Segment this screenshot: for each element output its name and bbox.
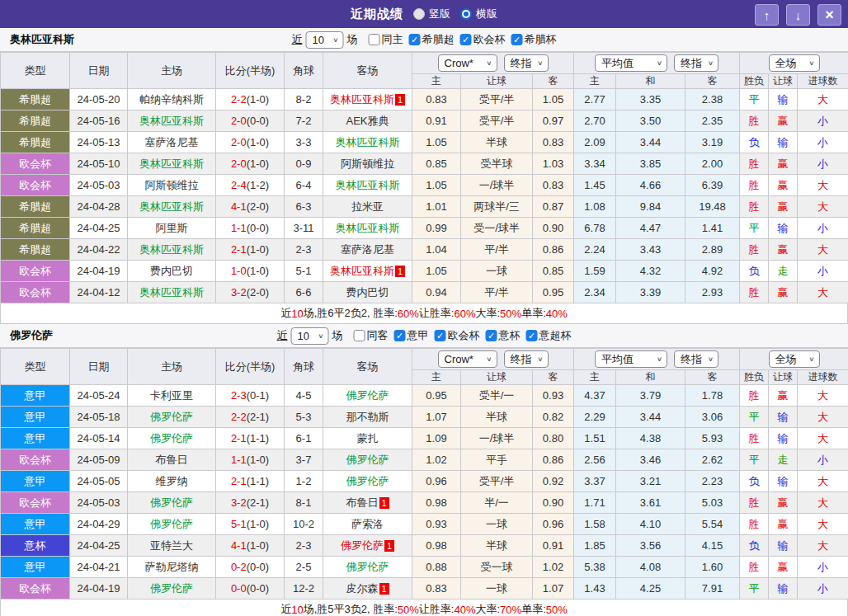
away-team-name: 萨索洛: [351, 518, 384, 530]
home-team-name: 奥林匹亚科斯: [139, 286, 204, 299]
close-button[interactable]: ×: [817, 4, 841, 26]
average-select[interactable]: 平均值 ∨: [595, 350, 667, 368]
away-team-cell[interactable]: 佛罗伦萨: [323, 385, 412, 407]
home-team-cell[interactable]: 阿斯顿维拉: [128, 175, 216, 196]
home-team-cell[interactable]: 奥林匹亚科斯: [128, 196, 216, 218]
result-goals-cell: 大: [798, 175, 848, 196]
away-team-cell[interactable]: 那不勒斯: [323, 407, 412, 428]
away-team-cell[interactable]: 阿斯顿维拉: [323, 153, 412, 175]
odds-home-cell: 0.94: [412, 282, 461, 303]
away-team-cell[interactable]: 佛罗伦萨: [323, 557, 412, 578]
result-outcome-cell: 胜: [740, 282, 769, 303]
checkbox-checked-icon[interactable]: ✓: [394, 330, 406, 341]
bookmaker-select[interactable]: Crow* ∨: [438, 54, 497, 72]
filter-checkbox-意杯[interactable]: ✓意杯: [486, 328, 521, 343]
home-team-cell[interactable]: 奥林匹亚科斯: [128, 111, 216, 132]
away-team-cell[interactable]: 奥林匹亚科斯: [323, 175, 412, 196]
column-header-score: 比分(半场): [216, 349, 285, 385]
filter-checkbox-希腊杯[interactable]: ✓希腊杯: [511, 32, 557, 47]
home-team-cell[interactable]: 维罗纳: [128, 471, 216, 492]
final-odds-select-2[interactable]: 终指 ∨: [674, 350, 718, 368]
filter-checkbox-意甲[interactable]: ✓意甲: [394, 328, 429, 343]
average-select[interactable]: 平均值 ∨: [595, 54, 667, 72]
chevron-down-icon: ∨: [708, 355, 714, 363]
home-team-cell[interactable]: 佛罗伦萨: [128, 492, 216, 514]
odds-handicap-cell: 两球半/三: [461, 196, 533, 218]
home-team-cell[interactable]: 佛罗伦萨: [128, 514, 216, 535]
away-team-cell[interactable]: 奥林匹亚科斯: [323, 218, 412, 239]
final-odds-select-1[interactable]: 终指 ∨: [504, 54, 549, 72]
home-team-cell[interactable]: 佛罗伦萨: [128, 407, 216, 428]
games-count-select[interactable]: 10 ∨: [306, 31, 344, 49]
checkbox-checked-icon[interactable]: ✓: [526, 330, 538, 341]
filter-checkbox-希腊超[interactable]: ✓希腊超: [409, 32, 455, 47]
layout-radio-horizontal[interactable]: 横版: [460, 7, 497, 21]
filter-checkbox-同客[interactable]: 同客: [354, 328, 389, 343]
away-team-cell[interactable]: AEK雅典: [323, 111, 412, 132]
home-team-cell[interactable]: 奥林匹亚科斯: [128, 239, 216, 261]
subcolumn-header: 和: [616, 74, 685, 89]
checkbox-checked-icon[interactable]: ✓: [486, 330, 497, 341]
bookmaker-select[interactable]: Crow* ∨: [438, 350, 497, 368]
avg-draw-cell: 9.84: [616, 196, 685, 218]
filter-checkbox-同主[interactable]: 同主: [369, 32, 403, 47]
away-team-cell[interactable]: 佛罗伦萨: [323, 449, 412, 471]
result-goals-cell: 大: [798, 428, 848, 449]
final-odds-select-1[interactable]: 终指 ∨: [504, 350, 549, 368]
home-team-cell[interactable]: 萨勒尼塔纳: [128, 557, 216, 578]
away-team-cell[interactable]: 佛罗伦萨: [323, 471, 412, 492]
full-match-select[interactable]: 全场 ∨: [769, 54, 820, 72]
away-team-cell[interactable]: 塞萨洛尼基: [323, 239, 412, 261]
home-team-cell[interactable]: 费内巴切: [128, 261, 216, 282]
home-team-cell[interactable]: 佛罗伦萨: [128, 428, 216, 449]
home-team-cell[interactable]: 布鲁日: [128, 449, 216, 471]
away-team-cell[interactable]: 费内巴切: [323, 282, 412, 303]
away-team-cell[interactable]: 拉米亚: [323, 196, 412, 218]
checkbox-checked-icon[interactable]: ✓: [460, 34, 472, 45]
competition-type-cell: 希腊超: [1, 218, 70, 239]
radio-selected-icon[interactable]: [460, 8, 472, 20]
games-count-select[interactable]: 10 ∨: [291, 327, 329, 345]
checkbox-checked-icon[interactable]: ✓: [435, 330, 446, 341]
odds-away-cell: 0.90: [533, 218, 574, 239]
avg-away-cell: 7.91: [685, 578, 740, 600]
home-team-cell[interactable]: 奥林匹亚科斯: [128, 282, 216, 303]
filter-checkbox-欧会杯[interactable]: ✓欧会杯: [435, 328, 480, 343]
filter-checkbox-欧会杯[interactable]: ✓欧会杯: [460, 32, 506, 47]
recent-label[interactable]: 近: [277, 328, 288, 343]
away-team-name: 奥林匹亚科斯: [336, 179, 400, 191]
away-team-cell[interactable]: 佛罗伦萨1: [323, 535, 412, 557]
checkbox-checked-icon[interactable]: ✓: [409, 34, 421, 45]
away-team-cell[interactable]: 皮尔森1: [323, 578, 412, 600]
away-team-cell[interactable]: 布鲁日1: [323, 492, 412, 514]
away-team-cell[interactable]: 奥林匹亚科斯1: [323, 261, 412, 282]
away-team-cell[interactable]: 奥林匹亚科斯1: [323, 89, 412, 111]
home-team-cell[interactable]: 塞萨洛尼基: [128, 132, 216, 153]
chevron-down-icon: ∨: [537, 59, 543, 67]
away-team-cell[interactable]: 萨索洛: [323, 514, 412, 535]
home-team-cell[interactable]: 亚特兰大: [128, 535, 216, 557]
recent-label[interactable]: 近: [292, 32, 303, 47]
final-odds-select-2[interactable]: 终指 ∨: [674, 54, 718, 72]
move-up-button[interactable]: ↑: [755, 4, 779, 26]
score-cell: 2-0(1-0): [216, 153, 285, 175]
filter-checkbox-意超杯[interactable]: ✓意超杯: [526, 328, 572, 343]
home-team-cell[interactable]: 佛罗伦萨: [128, 578, 216, 600]
half-time-score: (1-0): [247, 93, 269, 106]
layout-radio-vertical[interactable]: 竖版: [413, 7, 450, 21]
checkbox-unchecked-icon[interactable]: [354, 330, 365, 341]
home-team-cell[interactable]: 帕纳辛纳科斯: [128, 89, 216, 111]
summary-segment: 近: [280, 602, 291, 616]
full-match-select[interactable]: 全场 ∨: [769, 350, 820, 368]
away-team-cell[interactable]: 蒙扎: [323, 428, 412, 449]
checkbox-checked-icon[interactable]: ✓: [511, 34, 523, 45]
move-down-button[interactable]: ↓: [786, 4, 810, 26]
home-team-cell[interactable]: 奥林匹亚科斯: [128, 153, 216, 175]
radio-unselected-icon[interactable]: [413, 8, 425, 20]
away-team-cell[interactable]: 奥林匹亚科斯: [323, 132, 412, 153]
checkbox-unchecked-icon[interactable]: [369, 34, 380, 45]
home-team-name: 奥林匹亚科斯: [139, 115, 204, 127]
home-team-cell[interactable]: 阿里斯: [128, 218, 216, 239]
home-team-cell[interactable]: 卡利亚里: [128, 385, 216, 407]
away-team-name: 佛罗伦萨: [346, 475, 389, 487]
